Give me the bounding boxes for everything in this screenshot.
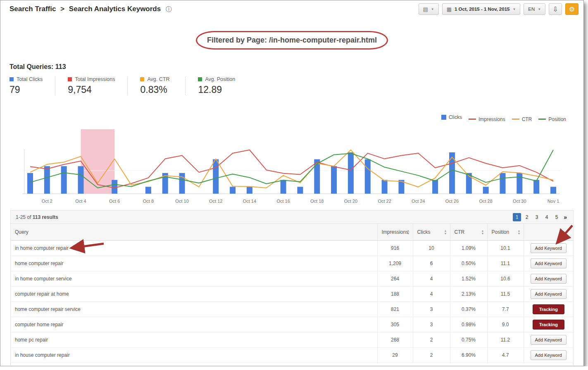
table-row: computer home repair30530.98%9.0Tracking — [11, 317, 573, 332]
page-button[interactable]: 2 — [523, 213, 531, 221]
add-keyword-button[interactable]: Add Keyword — [531, 274, 567, 284]
sort-icons[interactable]: ▲▼ — [481, 229, 484, 235]
page-button[interactable]: 5 — [552, 213, 561, 221]
traffic-chart: Oct 2Oct 4Oct 6Oct 8Oct 10Oct 12Oct 14Oc… — [23, 126, 560, 209]
total-queries: Total Queries: 113 — [10, 63, 574, 71]
query-cell: computer repair at home — [11, 286, 377, 301]
svg-text:Oct 4: Oct 4 — [75, 199, 86, 204]
sort-icons[interactable]: ▲▼ — [407, 229, 410, 235]
metric: Avg. Position12.89 — [198, 76, 248, 95]
legend-item[interactable]: Position — [538, 116, 566, 122]
action-cell: Add Keyword — [524, 332, 573, 347]
breadcrumb-separator: > — [60, 5, 64, 13]
legend-marker — [441, 115, 446, 120]
add-keyword-button[interactable]: Add Keyword — [531, 335, 567, 345]
legend-marker — [469, 119, 476, 120]
metric-swatch — [10, 77, 14, 81]
sort-asc-icon[interactable]: ▲ — [518, 229, 521, 232]
sort-icons[interactable]: ▲▼ — [444, 229, 447, 235]
sort-asc-icon[interactable]: ▲ — [444, 229, 447, 232]
table-row: in house computer repair2926.90%4.7Add K… — [11, 347, 573, 363]
download-button[interactable]: ⇩ — [549, 3, 562, 15]
filter-annotation: Filtered by Page: /in-home-computer-repa… — [0, 31, 583, 50]
add-keyword-button[interactable]: Add Keyword — [531, 243, 567, 253]
legend-item[interactable]: Impressions — [469, 116, 505, 122]
position-cell: 10.6 — [487, 271, 524, 286]
gear-icon: ⚙ — [569, 5, 575, 13]
date-range-button[interactable]: ▦ 1 Oct, 2015 - 1 Nov, 2015 ▼ — [442, 3, 521, 15]
column-impressions[interactable]: Impressions ▲▼ — [377, 224, 413, 240]
results-bar: 1-25 of 113 results 12345» — [11, 211, 573, 224]
sort-icons[interactable]: ▲▼ — [518, 229, 521, 235]
sort-desc-icon[interactable]: ▼ — [407, 232, 410, 235]
column-clicks-label: Clicks — [417, 229, 431, 235]
chevron-down-icon: ▼ — [538, 7, 541, 11]
tracking-button[interactable]: Tracking — [533, 320, 564, 330]
sort-desc-icon[interactable]: ▼ — [518, 232, 521, 235]
position-cell: 11.2 — [487, 332, 524, 347]
clicks-cell: 6 — [413, 256, 450, 271]
ctr-cell: 0.75% — [450, 332, 487, 347]
action-cell: Add Keyword — [524, 240, 573, 256]
impressions-cell: 29 — [377, 347, 413, 363]
metrics-row: Total Clicks79Total Impressions9,754Avg.… — [10, 76, 574, 95]
metric-value: 79 — [10, 84, 43, 95]
add-keyword-button[interactable]: Add Keyword — [531, 350, 567, 360]
column-ctr-label: CTR — [455, 229, 465, 235]
query-cell: in home computer repair — [11, 240, 377, 256]
page-button[interactable]: 4 — [543, 213, 551, 221]
summary-section: Total Queries: 113 Total Clicks79Total I… — [10, 63, 574, 95]
impressions-cell: 821 — [377, 301, 413, 317]
info-icon[interactable]: ⓘ — [166, 5, 172, 12]
total-queries-label: Total Queries: — [10, 63, 53, 70]
widgets-button[interactable]: ▤ ▼ — [419, 3, 439, 15]
language-label: EN — [528, 7, 535, 12]
column-query: Query — [11, 224, 377, 240]
svg-text:Oct 20: Oct 20 — [344, 199, 357, 204]
legend-item[interactable]: Clicks — [441, 114, 462, 120]
position-cell: 11.5 — [487, 286, 524, 301]
breadcrumb-section[interactable]: Search Traffic — [10, 5, 56, 13]
add-keyword-button[interactable]: Add Keyword — [531, 259, 567, 268]
table-row: in home computer repair916101.09%10.1Add… — [11, 240, 573, 256]
column-position-label: Position — [492, 229, 509, 235]
clicks-cell: 10 — [413, 240, 450, 256]
metric-swatch — [140, 77, 144, 81]
sort-desc-icon[interactable]: ▼ — [481, 232, 484, 235]
metric-label: Total Impressions — [75, 76, 115, 82]
column-position[interactable]: Position ▲▼ — [487, 224, 524, 240]
sort-asc-icon[interactable]: ▲ — [481, 229, 484, 232]
add-keyword-button[interactable]: Add Keyword — [531, 289, 567, 299]
metric-swatch — [68, 77, 72, 81]
svg-text:Oct 30: Oct 30 — [513, 199, 526, 204]
column-query-label: Query — [15, 229, 29, 235]
page-button[interactable]: 1 — [513, 213, 521, 221]
query-cell: home computer repair service — [11, 301, 377, 317]
tracking-button[interactable]: Tracking — [533, 304, 564, 314]
keywords-table: Query Impressions ▲▼ Clicks ▲▼ CTR ▲▼ — [11, 224, 573, 363]
next-page-button[interactable]: » — [562, 214, 568, 221]
column-clicks[interactable]: Clicks ▲▼ — [413, 224, 450, 240]
svg-text:Oct 18: Oct 18 — [310, 199, 324, 204]
sort-asc-icon[interactable]: ▲ — [407, 229, 410, 232]
column-actions — [524, 224, 573, 240]
legend-item[interactable]: CTR — [512, 116, 532, 122]
results-panel: 1-25 of 113 results 12345» Query Impress… — [10, 210, 574, 366]
partial-row — [11, 363, 573, 367]
pagination: 12345» — [513, 213, 568, 221]
query-cell: home pc repair — [11, 332, 377, 347]
page-button[interactable]: 3 — [533, 213, 541, 221]
impressions-cell: 305 — [377, 317, 413, 332]
sort-desc-icon[interactable]: ▼ — [444, 232, 447, 235]
language-button[interactable]: EN ▼ — [524, 3, 545, 15]
svg-text:Oct 22: Oct 22 — [378, 199, 391, 204]
chart-legend: ClicksImpressionsCTRPosition — [10, 114, 574, 123]
clicks-cell: 2 — [413, 347, 450, 363]
clicks-cell: 2 — [413, 332, 450, 347]
settings-button[interactable]: ⚙ — [565, 3, 578, 15]
metric-label: Avg. CTR — [147, 76, 169, 82]
svg-text:Oct 24: Oct 24 — [412, 199, 425, 204]
position-cell: 11.1 — [487, 256, 524, 271]
column-ctr[interactable]: CTR ▲▼ — [450, 224, 487, 240]
clicks-cell: 3 — [413, 301, 450, 317]
